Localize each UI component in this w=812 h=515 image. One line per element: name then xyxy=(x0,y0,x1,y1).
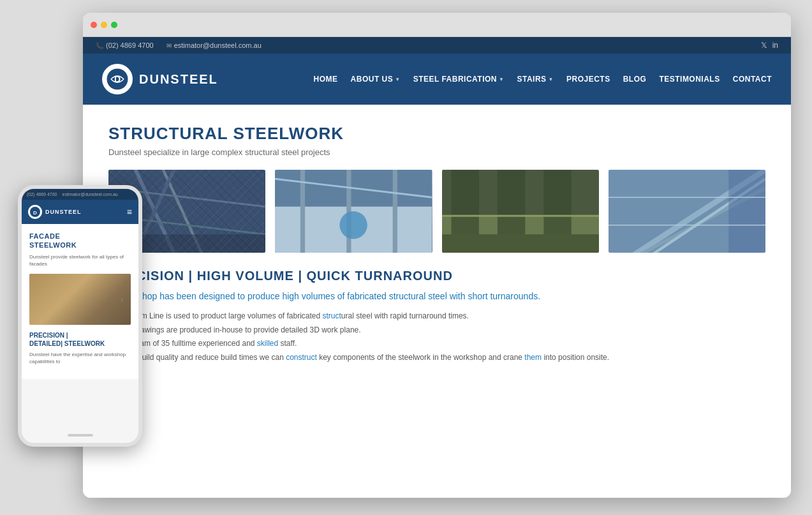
section-intro-text: ur workshop has been designed to produce… xyxy=(108,291,540,301)
email-icon: ✉ xyxy=(166,42,172,49)
mobile-logo-text: DUNSTEEL xyxy=(45,209,82,215)
linkedin-icon[interactable]: in xyxy=(772,41,778,50)
page-subtitle: Dunsteel specialize in large complex str… xyxy=(108,147,765,157)
mobile-section2-title: PRECISION |DETAILED| STEELWORK xyxy=(29,331,131,348)
main-content: STRUCTURAL STEELWORK Dunsteel specialize… xyxy=(83,105,791,377)
svg-rect-18 xyxy=(451,170,478,234)
mobile-email: estimator@dunsteel.com.au xyxy=(62,192,117,197)
gallery-image-3 xyxy=(442,170,599,253)
nav-item-contact[interactable]: CONTACT xyxy=(733,75,772,84)
bullet-2: rkshop drawings are produced in-house to… xyxy=(108,324,765,338)
logo-area: D DUNSTEEL xyxy=(102,64,218,94)
hamburger-icon[interactable]: ≡ xyxy=(127,207,132,217)
mobile-home-indicator xyxy=(68,434,93,437)
mobile-logo: D DUNSTEEL xyxy=(28,205,82,219)
svg-line-4 xyxy=(154,170,210,253)
svg-rect-20 xyxy=(543,170,571,234)
svg-text:D: D xyxy=(33,210,37,216)
browser-dot-yellow[interactable] xyxy=(101,22,107,28)
fab-arrow: ▼ xyxy=(499,77,504,82)
svg-rect-33 xyxy=(29,299,85,325)
mobile-phone: (02) 4869 4700 xyxy=(27,192,57,197)
image-gallery xyxy=(108,170,765,253)
about-arrow: ▼ xyxy=(395,77,400,82)
nav-item-stairs[interactable]: STAIRS ▼ xyxy=(517,75,554,84)
top-contact-bar: 📞 (02) 4869 4700 ✉ estimator@dunsteel.co… xyxy=(83,37,791,54)
browser-dot-green[interactable] xyxy=(111,22,117,28)
email-item: ✉ estimator@dunsteel.com.au xyxy=(166,41,262,49)
main-nav: HOME ABOUT US ▼ STEEL FABRICATION ▼ STAI… xyxy=(314,75,772,84)
mobile-image xyxy=(29,274,131,325)
desktop-browser: 📞 (02) 4869 4700 ✉ estimator@dunsteel.co… xyxy=(83,13,791,498)
phone-number: (02) 4869 4700 xyxy=(106,41,154,49)
mobile-content: FACADESTEELWORK Dunsteel provide steelwo… xyxy=(22,224,138,379)
page-title: STRUCTURAL STEELWORK xyxy=(108,124,765,144)
nav-item-testimonials[interactable]: TESTIMONIALS xyxy=(659,75,720,84)
svg-rect-32 xyxy=(29,274,131,325)
mobile-device: (02) 4869 4700 estimator@dunsteel.com.au… xyxy=(18,185,142,447)
svg-rect-19 xyxy=(497,170,524,234)
nav-item-home[interactable]: HOME xyxy=(314,75,338,84)
nav-item-fabrication[interactable]: STEEL FABRICATION ▼ xyxy=(413,75,505,84)
nav-header: D DUNSTEEL HOME ABOUT US ▼ STEEL FABRICA… xyxy=(83,54,791,105)
scene: 📞 (02) 4869 4700 ✉ estimator@dunsteel.co… xyxy=(0,0,812,515)
section-headline: PRECISION | HIGH VOLUME | QUICK TURNAROU… xyxy=(108,269,765,283)
stairs-arrow: ▼ xyxy=(549,77,554,82)
phone-item: 📞 (02) 4869 4700 xyxy=(96,41,154,49)
svg-line-35 xyxy=(29,274,85,325)
mobile-top-bar: (02) 4869 4700 estimator@dunsteel.com.au xyxy=(22,189,138,200)
bullet-4: improve build quality and reduce build t… xyxy=(108,351,765,365)
mobile-nav: D DUNSTEEL ≡ xyxy=(22,200,138,224)
mobile-logo-icon: D xyxy=(28,205,42,219)
svg-rect-34 xyxy=(85,274,131,325)
mobile-section2-desc: Dunsteel have the expertise and workshop… xyxy=(29,351,131,365)
browser-dot-red[interactable] xyxy=(91,22,97,28)
email-address: estimator@dunsteel.com.au xyxy=(174,41,262,49)
twitter-icon[interactable]: 𝕏 xyxy=(761,41,767,50)
section-intro: ur workshop has been designed to produce… xyxy=(108,290,765,303)
mobile-image-wrapper: › xyxy=(29,274,131,325)
nav-item-blog[interactable]: BLOG xyxy=(623,75,647,84)
svg-rect-27 xyxy=(728,170,765,253)
gallery-image-4 xyxy=(609,170,765,253)
browser-content: 📞 (02) 4869 4700 ✉ estimator@dunsteel.co… xyxy=(83,37,791,498)
browser-chrome xyxy=(83,13,791,37)
mobile-section1-desc: Dunsteel provide steelwork for all types… xyxy=(29,253,131,267)
nav-item-about[interactable]: ABOUT US ▼ xyxy=(351,75,401,84)
svg-point-15 xyxy=(340,211,367,239)
social-icons: 𝕏 in xyxy=(761,41,778,50)
gallery-image-2 xyxy=(275,170,432,253)
phone-icon: 📞 xyxy=(96,42,103,49)
logo-text: DUNSTEEL xyxy=(139,72,218,87)
bullet-3: have a team of 35 fulltime experienced a… xyxy=(108,337,765,351)
nav-item-projects[interactable]: PROJECTS xyxy=(566,75,610,84)
svg-rect-22 xyxy=(442,234,599,253)
bullet-1: CNC Beam Line is used to product large v… xyxy=(108,310,765,324)
logo-icon: D xyxy=(102,64,133,94)
mobile-section1-title: FACADESTEELWORK xyxy=(29,232,131,250)
mobile-nav-arrow-icon[interactable]: › xyxy=(121,295,123,304)
section-body: CNC Beam Line is used to product large v… xyxy=(108,310,765,364)
